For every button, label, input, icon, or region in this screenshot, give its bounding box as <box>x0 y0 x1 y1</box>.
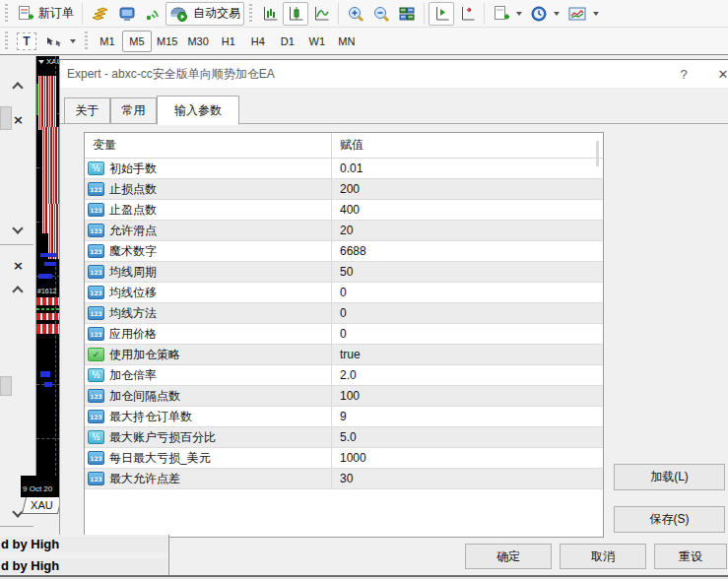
param-row[interactable]: 123最大持仓订单数9 <box>85 407 603 427</box>
toolbar-grip[interactable] <box>5 32 8 51</box>
journal-line: d by High <box>0 558 169 574</box>
chart-window[interactable]: XAU #1612#16 1 9 Oct 20 <box>35 56 59 497</box>
param-row[interactable]: 123应用价格0 <box>85 324 603 345</box>
param-value[interactable]: 2.0 <box>331 365 603 385</box>
auto-trading-toggle[interactable]: 自动交易 <box>165 2 244 26</box>
zoom-in-button[interactable] <box>343 2 368 26</box>
chart-date-axis: 9 Oct 20 <box>21 476 60 497</box>
chart-shift-button[interactable] <box>429 2 454 26</box>
param-value[interactable]: 0 <box>331 324 603 344</box>
text-label-tool-button[interactable]: T <box>13 30 40 53</box>
param-row[interactable]: 123止损点数200 <box>85 179 603 200</box>
timeframe-m1[interactable]: M1 <box>93 31 122 52</box>
scrollbar-thumb[interactable] <box>0 376 12 396</box>
toolbar-grip[interactable] <box>249 4 252 24</box>
dialog-titlebar[interactable]: Expert - abxc-cc安全版单向顺势加仓EA <box>60 60 728 88</box>
cursor-tool-dropdown[interactable] <box>40 30 80 53</box>
timeframe-h1[interactable]: H1 <box>214 31 243 52</box>
tile-windows-button[interactable] <box>394 2 420 26</box>
tab-common[interactable]: 常用 <box>110 97 157 124</box>
int-type-icon: 123 <box>88 472 104 485</box>
param-value[interactable]: true <box>331 345 603 364</box>
timeframe-d1[interactable]: D1 <box>273 31 302 52</box>
save-button[interactable]: 保存(S) <box>614 506 725 533</box>
param-value[interactable]: 0.01 <box>331 159 603 178</box>
terminal-button[interactable] <box>114 2 140 26</box>
scroll-down-icon[interactable] <box>12 223 23 233</box>
toolbar-grip[interactable] <box>85 32 88 51</box>
param-value[interactable]: 1000 <box>331 448 603 468</box>
timeframe-m15[interactable]: M15 <box>152 31 182 52</box>
param-name: 允许滑点 <box>109 223 331 239</box>
param-row[interactable]: 123均线方法0 <box>85 303 603 324</box>
param-row[interactable]: 123允许滑点20 <box>85 221 603 241</box>
indicator-bar <box>40 371 50 377</box>
ok-button[interactable]: 确定 <box>465 544 552 569</box>
timeframe-bar: M1M5M15M30H1H4D1W1MN <box>93 31 362 52</box>
timeframe-toolbar: T M1M5M15M30H1H4D1W1MN <box>0 28 728 55</box>
templates-dropdown[interactable] <box>563 2 603 26</box>
scroll-up-icon[interactable] <box>12 286 23 296</box>
chart-tab-xauusd[interactable]: XAU <box>22 497 62 514</box>
new-order-button[interactable]: 新订单 <box>13 2 78 26</box>
param-value[interactable]: 0 <box>331 283 603 302</box>
line-chart-icon <box>312 5 330 23</box>
panel-close-icon[interactable]: × <box>13 114 24 126</box>
zoom-out-button[interactable] <box>368 2 394 26</box>
param-value[interactable]: 9 <box>331 407 603 426</box>
journal-overlay: d by Highd by High <box>0 535 169 575</box>
param-row[interactable]: 123最大允许点差30 <box>85 469 603 489</box>
panel-close-icon[interactable]: × <box>13 260 24 272</box>
param-row[interactable]: 123加仓间隔点数100 <box>85 386 603 407</box>
panel-divider <box>0 526 33 527</box>
param-value[interactable]: 20 <box>331 221 603 240</box>
timeframe-m30[interactable]: M30 <box>182 31 213 52</box>
int-type-icon: 123 <box>88 410 104 423</box>
new-chart-dropdown[interactable] <box>489 2 526 26</box>
timeframe-w1[interactable]: W1 <box>302 31 332 52</box>
tab-about[interactable]: 关于 <box>64 97 110 124</box>
param-row[interactable]: ✓使用加仓策略true <box>85 345 603 365</box>
load-button[interactable]: 加载(L) <box>614 464 725 490</box>
param-name: 均线位移 <box>109 285 331 301</box>
auto-scroll-button[interactable] <box>454 2 480 26</box>
param-row[interactable]: 123均线位移0 <box>85 283 603 303</box>
signal-button[interactable] <box>140 2 165 26</box>
param-row[interactable]: 123魔术数字6688 <box>85 241 603 262</box>
param-row[interactable]: ½初始手数0.01 <box>85 159 603 179</box>
periods-dropdown[interactable] <box>526 2 563 26</box>
timeframe-mn[interactable]: MN <box>332 31 362 52</box>
param-value[interactable]: 200 <box>331 179 603 199</box>
tab-inputs[interactable]: 输入参数 <box>157 96 239 125</box>
param-value[interactable]: 50 <box>331 262 603 282</box>
param-value[interactable]: 5.0 <box>331 427 603 447</box>
timeframe-m5[interactable]: M5 <box>122 31 152 52</box>
toolbar-grip[interactable] <box>5 4 8 24</box>
dialog-help-button[interactable]: ? <box>671 64 696 84</box>
param-row[interactable]: 123均线周期50 <box>85 262 603 283</box>
param-row[interactable]: ½最大账户亏损百分比5.0 <box>85 427 603 448</box>
trade-band <box>36 297 60 305</box>
param-value[interactable]: 100 <box>331 386 603 406</box>
int-type-icon: 123 <box>88 265 104 279</box>
line-chart-button[interactable] <box>308 2 334 26</box>
param-row[interactable]: 123止盈点数400 <box>85 200 603 221</box>
timeframe-h4[interactable]: H4 <box>243 31 273 52</box>
cancel-button[interactable]: 取消 <box>560 544 646 569</box>
scroll-up-icon[interactable] <box>12 82 23 93</box>
reset-button[interactable]: 重设 <box>654 544 727 569</box>
scrollbar-thumb[interactable] <box>0 106 12 130</box>
param-value[interactable]: 30 <box>331 469 603 488</box>
int-type-icon: 123 <box>88 389 104 403</box>
gold-bars-button[interactable] <box>87 2 114 26</box>
param-value[interactable]: 6688 <box>331 241 603 261</box>
candlestick-chart-button[interactable] <box>283 2 308 26</box>
table-scrollbar[interactable] <box>596 141 599 166</box>
param-name: 止损点数 <box>109 181 331 198</box>
param-value[interactable]: 400 <box>331 200 603 220</box>
dialog-close-button[interactable]: ✕ <box>710 64 728 84</box>
param-value[interactable]: 0 <box>331 303 603 323</box>
param-row[interactable]: ½加仓倍率2.0 <box>85 365 603 386</box>
param-row[interactable]: 123每日最大亏损_美元1000 <box>85 448 603 469</box>
bar-chart-button[interactable] <box>257 2 283 26</box>
